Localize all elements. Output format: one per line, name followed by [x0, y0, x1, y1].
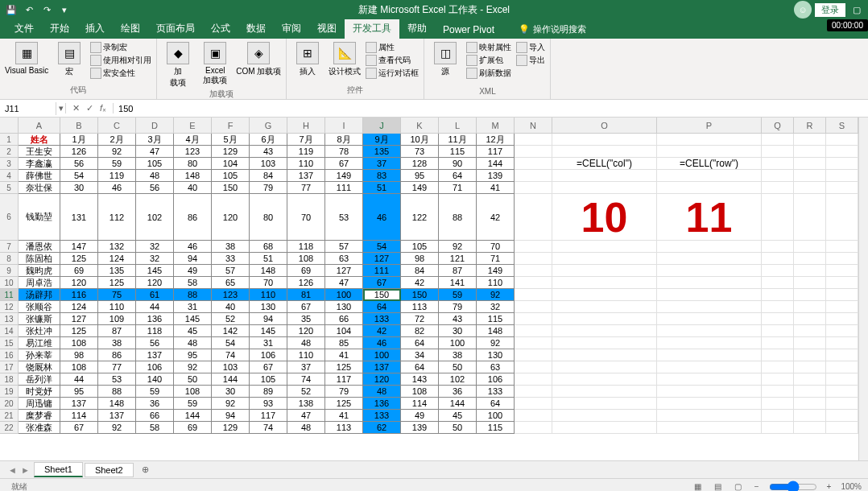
com-addins-button[interactable]: ◈COM 加载项 — [236, 42, 281, 77]
cell-I22[interactable]: 113 — [325, 422, 363, 434]
row-header-11[interactable]: 11 — [0, 289, 19, 301]
cell-B4[interactable]: 54 — [60, 170, 98, 182]
cell-R22[interactable] — [794, 422, 826, 434]
col-header-K[interactable]: K — [401, 118, 439, 134]
cell-C16[interactable]: 86 — [98, 349, 136, 361]
cell-E1[interactable]: 4月 — [174, 134, 212, 146]
row-header-15[interactable]: 15 — [0, 337, 19, 349]
cell-A14[interactable]: 张灶冲 — [19, 325, 60, 337]
cell-K3[interactable]: 128 — [401, 158, 439, 170]
cell-H20[interactable]: 138 — [287, 398, 325, 410]
cell-K1[interactable]: 10月 — [401, 134, 439, 146]
view-normal-icon[interactable]: ▦ — [691, 482, 705, 491]
cell-E14[interactable]: 45 — [174, 325, 212, 337]
cell-L5[interactable]: 71 — [439, 182, 477, 194]
cell-I6[interactable]: 53 — [325, 194, 363, 241]
cell-G20[interactable]: 93 — [250, 398, 287, 410]
row-header-9[interactable]: 9 — [0, 265, 19, 277]
cell-M3[interactable]: 144 — [477, 158, 515, 170]
cell-D15[interactable]: 56 — [136, 337, 174, 349]
cell-J15[interactable]: 46 — [363, 337, 401, 349]
cell-D4[interactable]: 48 — [136, 170, 174, 182]
cell-F2[interactable]: 129 — [212, 146, 250, 158]
cell-J2[interactable]: 135 — [363, 146, 401, 158]
tab-next-icon[interactable]: ► — [21, 465, 32, 475]
cell-Q4[interactable] — [762, 170, 794, 182]
cell-D21[interactable]: 66 — [136, 410, 174, 422]
cell-J18[interactable]: 120 — [363, 373, 401, 386]
cell-P4[interactable] — [657, 170, 762, 182]
cell-R19[interactable] — [794, 386, 826, 398]
cell-C10[interactable]: 125 — [98, 277, 136, 289]
cell-I13[interactable]: 66 — [325, 313, 363, 325]
col-header-P[interactable]: P — [657, 118, 762, 134]
cell-N3[interactable] — [515, 158, 552, 170]
cell-B13[interactable]: 127 — [60, 313, 98, 325]
cell-B9[interactable]: 69 — [60, 265, 98, 277]
cell-N13[interactable] — [515, 313, 552, 325]
cell-D7[interactable]: 32 — [136, 241, 174, 253]
properties-button[interactable]: 属性 — [366, 42, 419, 53]
cell-J20[interactable]: 136 — [363, 398, 401, 410]
cell-F7[interactable]: 38 — [212, 241, 250, 253]
cell-Q20[interactable] — [762, 398, 794, 410]
cell-E5[interactable]: 40 — [174, 182, 212, 194]
cell-N21[interactable] — [515, 410, 552, 422]
menu-powerpivot[interactable]: Power Pivot — [435, 21, 502, 39]
cell-I10[interactable]: 47 — [325, 277, 363, 289]
cell-L10[interactable]: 141 — [439, 277, 477, 289]
cell-R1[interactable] — [794, 134, 826, 146]
cell-L14[interactable]: 30 — [439, 325, 477, 337]
cell-H21[interactable]: 47 — [287, 410, 325, 422]
cell-K19[interactable]: 108 — [401, 386, 439, 398]
cell-D20[interactable]: 36 — [136, 398, 174, 410]
cell-D13[interactable]: 136 — [136, 313, 174, 325]
cell-I14[interactable]: 104 — [325, 325, 363, 337]
macro-security-button[interactable]: 宏安全性 — [90, 68, 151, 79]
menu-review[interactable]: 审阅 — [274, 19, 309, 39]
cell-L12[interactable]: 79 — [439, 301, 477, 313]
cell-J17[interactable]: 137 — [363, 361, 401, 373]
cell-J14[interactable]: 42 — [363, 325, 401, 337]
menu-developer[interactable]: 开发工具 — [345, 19, 399, 39]
cell-Q1[interactable] — [762, 134, 794, 146]
cell-C21[interactable]: 137 — [98, 410, 136, 422]
cell-R12[interactable] — [794, 301, 826, 313]
cell-L9[interactable]: 87 — [439, 265, 477, 277]
cell-N20[interactable] — [515, 398, 552, 410]
cell-G19[interactable]: 89 — [250, 386, 287, 398]
cell-M22[interactable]: 115 — [477, 422, 515, 434]
cell-S20[interactable] — [826, 398, 858, 410]
cell-P11[interactable] — [657, 289, 762, 301]
cell-O6[interactable]: 10 — [552, 194, 657, 241]
cell-J9[interactable]: 111 — [363, 265, 401, 277]
cell-C3[interactable]: 59 — [98, 158, 136, 170]
cell-O5[interactable] — [552, 182, 657, 194]
cell-S6[interactable] — [826, 194, 858, 241]
cell-P10[interactable] — [657, 277, 762, 289]
cell-D11[interactable]: 61 — [136, 289, 174, 301]
row-header-14[interactable]: 14 — [0, 325, 19, 337]
col-header-L[interactable]: L — [439, 118, 477, 134]
cell-F13[interactable]: 52 — [212, 313, 250, 325]
col-header-I[interactable]: I — [325, 118, 363, 134]
cell-A20[interactable]: 周迅镛 — [19, 398, 60, 410]
cell-I16[interactable]: 41 — [325, 349, 363, 361]
cell-R10[interactable] — [794, 277, 826, 289]
cell-K18[interactable]: 143 — [401, 373, 439, 386]
cell-P5[interactable] — [657, 182, 762, 194]
cell-K8[interactable]: 98 — [401, 253, 439, 265]
cell-F11[interactable]: 123 — [212, 289, 250, 301]
cell-R4[interactable] — [794, 170, 826, 182]
row-header-1[interactable]: 1 — [0, 134, 19, 146]
cell-A3[interactable]: 李鑫瀛 — [19, 158, 60, 170]
name-box[interactable]: J11 — [0, 102, 56, 115]
cell-D14[interactable]: 118 — [136, 325, 174, 337]
menu-home[interactable]: 开始 — [42, 19, 77, 39]
cell-O12[interactable] — [552, 301, 657, 313]
cell-H22[interactable]: 48 — [287, 422, 325, 434]
cell-O20[interactable] — [552, 398, 657, 410]
cell-D19[interactable]: 59 — [136, 386, 174, 398]
cell-P15[interactable] — [657, 337, 762, 349]
menu-layout[interactable]: 页面布局 — [148, 19, 203, 39]
